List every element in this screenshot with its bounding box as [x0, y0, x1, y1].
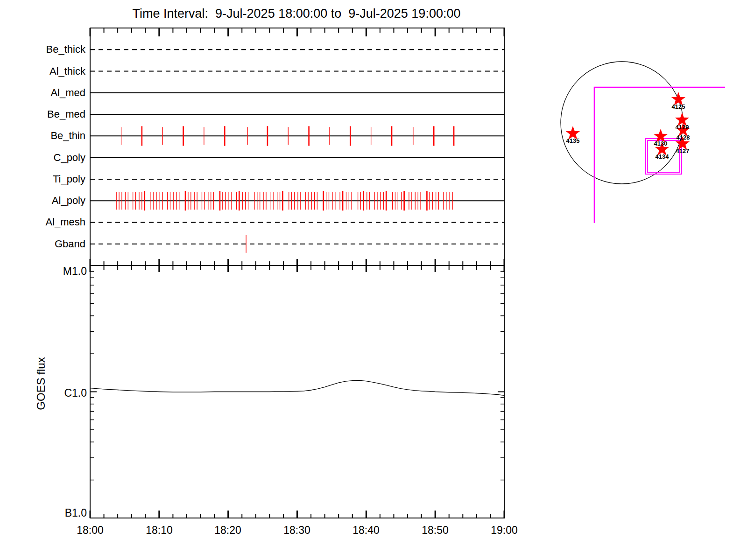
- xtick-label-1830: 18:30: [276, 524, 318, 537]
- ytick-label-m1: M1.0: [0, 265, 87, 278]
- active-region-label-4135: 4135: [559, 138, 587, 144]
- active-region-label-4128: 4128: [669, 134, 697, 141]
- xtick-label-1840: 18:40: [345, 524, 387, 537]
- xtick-label-1900: 19:00: [483, 524, 525, 537]
- goes-flux-curve: [90, 380, 504, 395]
- xtick-label-1850: 18:50: [414, 524, 456, 537]
- page-title: Time Interval: 9-Jul-2025 18:00:00 to 9-…: [89, 7, 504, 21]
- filter-label-al-mesh: Al_mesh: [0, 216, 85, 229]
- active-region-label-4129: 4129: [668, 124, 696, 131]
- active-region-label-4134: 4134: [648, 154, 676, 160]
- filter-label-gband: Gband: [0, 238, 85, 251]
- plot-canvas: [0, 0, 747, 560]
- filter-label-al-med: Al_med: [0, 86, 85, 99]
- filter-label-be-thick: Be_thick: [0, 43, 85, 56]
- solar-limb-circle: [561, 62, 683, 184]
- xtick-label-1820: 18:20: [207, 524, 249, 537]
- active-region-label-4125: 4125: [664, 104, 692, 110]
- filter-label-be-thin: Be_thin: [0, 129, 85, 142]
- filter-label-ti-poly: Ti_poly: [0, 173, 85, 186]
- active-region-label-4130: 4130: [647, 140, 675, 147]
- xtick-label-1800: 18:00: [69, 524, 111, 537]
- filter-label-al-poly: Al_poly: [0, 194, 85, 207]
- filter-label-be-med: Be_med: [0, 108, 85, 121]
- goes-flux-axis-title: GOES flux: [35, 337, 48, 430]
- ytick-label-b1: B1.0: [0, 506, 87, 519]
- solar-event-plot-page: { "title": "Time Interval: 9-Jul-2025 18…: [0, 0, 747, 560]
- filter-label-al-thick: Al_thick: [0, 65, 85, 78]
- timeline-panel-border: [90, 28, 504, 266]
- filter-label-c-poly: C_poly: [0, 151, 85, 164]
- xtick-label-1810: 18:10: [138, 524, 180, 537]
